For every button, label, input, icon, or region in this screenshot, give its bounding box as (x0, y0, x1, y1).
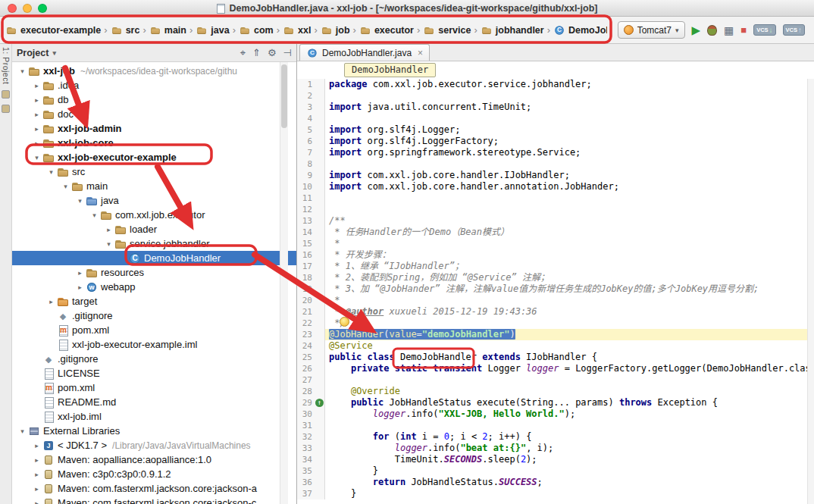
tree-toggle-icon[interactable]: ▾ (74, 197, 86, 205)
tree-item-main[interactable]: ▾main (12, 179, 296, 193)
override-marker-icon[interactable] (315, 399, 324, 407)
tree-scrollbar-thumb[interactable] (281, 64, 287, 128)
intention-bulb-icon[interactable] (340, 317, 349, 327)
code-line-23[interactable]: 23@JobHander(value="demoJobHandler") (297, 329, 814, 340)
breadcrumb-item-src[interactable]: src (110, 23, 141, 37)
collapse-all-icon[interactable]: ⇑ (252, 47, 261, 58)
tree-item-db[interactable]: ▸db (12, 92, 296, 107)
code-line-12[interactable]: 12 (297, 204, 814, 215)
tree-item-idea[interactable]: ▸.idea (12, 78, 296, 92)
tree-item-maven-aopalliance-aopalliance-1-0[interactable]: ▸Maven: aopalliance:aopalliance:1.0 (12, 452, 296, 467)
project-view-selector[interactable]: Project ▾ (17, 48, 56, 58)
class-breadcrumb-chip[interactable]: DemoJobHandler (344, 63, 436, 77)
breadcrumb-item-xxl[interactable]: xxl (282, 23, 312, 37)
tree-toggle-icon[interactable]: ▸ (31, 471, 42, 478)
code-line-26[interactable]: 26 private static transient Logger logge… (297, 363, 814, 374)
tree-item-readme-md[interactable]: README.md (12, 395, 296, 409)
code-line-22[interactable]: 22 */ (297, 318, 814, 329)
code-line-20[interactable]: 20 * (297, 295, 814, 306)
code-line-10[interactable]: 10import com.xxl.job.core.handler.annota… (297, 181, 814, 193)
code-line-31[interactable]: 31 (297, 420, 814, 431)
settings-gear-icon[interactable]: ⚙ (268, 47, 277, 58)
tree-toggle-icon[interactable]: ▸ (31, 96, 42, 104)
code-line-27[interactable]: 27 (297, 374, 814, 386)
breadcrumb-item-job[interactable]: job (320, 23, 351, 37)
tree-item-maven-c3p0-c3p0-0-9-1-2[interactable]: ▸Maven: c3p0:c3p0:0.9.1.2 (12, 467, 296, 481)
code-line-30[interactable]: 30 logger.info("XXL-JOB, Hello World."); (297, 409, 814, 420)
vcs-commit-button[interactable]: VCS ↑ (783, 24, 805, 36)
tool-window-icon[interactable] (2, 105, 10, 113)
tree-toggle-icon[interactable]: ▸ (31, 125, 42, 133)
tree-toggle-icon[interactable]: ▸ (31, 456, 42, 464)
tree-toggle-icon[interactable]: ▸ (74, 269, 86, 277)
tree-toggle-icon[interactable]: ▸ (31, 139, 42, 147)
tree-toggle-icon[interactable]: ▾ (17, 427, 28, 435)
tree-item-xxl-job-admin[interactable]: ▸xxl-job-admin (12, 121, 296, 136)
code-line-21[interactable]: 21 * @author xuxueli 2015-12-19 19:43:36 (297, 306, 814, 318)
editor-scrollbar[interactable] (807, 79, 814, 504)
code-line-5[interactable]: 5import org.slf4j.Logger; (297, 124, 814, 136)
tree-toggle-icon[interactable]: ▸ (31, 499, 42, 504)
tree-toggle-icon[interactable]: ▸ (74, 283, 86, 291)
tree-item-java[interactable]: ▾java (12, 193, 296, 208)
tree-item-jdk1-7[interactable]: ▸< JDK1.7 >/Library/Java/JavaVirtualMach… (12, 438, 296, 452)
breadcrumb-item-jobhandler[interactable]: jobhandler (480, 23, 545, 37)
tree-toggle-icon[interactable]: ▾ (31, 154, 42, 161)
vcs-update-button[interactable]: VCS ↓ (753, 24, 775, 36)
tree-item-xxl-job-executor-example-iml[interactable]: xxl-job-executor-example.iml (12, 337, 296, 352)
tree-item-doc[interactable]: ▸doc (12, 107, 296, 121)
tree-toggle-icon[interactable]: ▾ (60, 183, 71, 190)
tree-item-pom-xml[interactable]: pom.xml (12, 323, 296, 337)
tree-item-webapp[interactable]: ▸webapp (12, 280, 296, 294)
code-line-7[interactable]: 7import org.springframework.stereotype.S… (297, 147, 814, 158)
breadcrumb-item-java[interactable]: java (195, 23, 230, 37)
locate-icon[interactable]: ⌖ (240, 47, 246, 59)
run-button[interactable]: ▶ (692, 25, 701, 36)
tree-item-target[interactable]: ▸target (12, 294, 296, 308)
code-line-14[interactable]: 14 * 任务Handler的一个Demo（Bean模式） (297, 227, 814, 238)
tree-scrollbar[interactable] (280, 62, 288, 504)
tree-item-maven-com-fasterxml-jackson-core-jackson-c[interactable]: ▸Maven: com.fasterxml.jackson.core:jacks… (12, 496, 296, 504)
coverage-button[interactable]: ▦ (724, 25, 734, 36)
breadcrumb-item-executor-example[interactable]: executor-example (5, 23, 102, 37)
debug-button[interactable] (707, 25, 717, 36)
code-line-34[interactable]: 34 TimeUnit.SECONDS.sleep(2); (297, 454, 814, 465)
tree-toggle-icon[interactable]: ▾ (89, 211, 100, 219)
tree-item-xxl-job[interactable]: ▾xxl-job~/workspaces/idea-git-workspace/… (12, 64, 296, 78)
code-line-37[interactable]: 37 } (297, 488, 814, 499)
run-configuration-select[interactable]: Tomcat7 ▾ (618, 21, 685, 39)
tree-toggle-icon[interactable]: ▾ (45, 168, 57, 176)
tree-item-external-libraries[interactable]: ▾External Libraries (12, 424, 296, 438)
code-line-1[interactable]: 1package com.xxl.job.executor.service.jo… (297, 79, 814, 90)
code-line-29[interactable]: 29 public JobHandleStatus execute(String… (297, 397, 814, 409)
tree-item-resources[interactable]: ▸resources (12, 265, 296, 280)
breadcrumb-item-demojobhandler[interactable]: DemoJobHandler (553, 23, 607, 37)
tree-item-xxl-job-iml[interactable]: xxl-job.iml (12, 409, 296, 424)
breadcrumb-item-com[interactable]: com (238, 23, 274, 37)
stop-button[interactable]: ■ (740, 25, 747, 36)
tree-item-maven-com-fasterxml-jackson-core-jackson-a[interactable]: ▸Maven: com.fasterxml.jackson.core:jacks… (12, 481, 296, 496)
code-line-4[interactable]: 4 (297, 113, 814, 124)
code-line-2[interactable]: 2 (297, 90, 814, 102)
tree-toggle-icon[interactable]: ▸ (31, 442, 42, 449)
tree-item-service-jobhandler[interactable]: ▾service.jobhandler (12, 236, 296, 251)
code-line-32[interactable]: 32 for (int i = 0; i < 2; i++) { (297, 431, 814, 443)
tree-item-gitignore[interactable]: .gitignore (12, 308, 296, 323)
tree-toggle-icon[interactable]: ▸ (45, 298, 57, 305)
project-tool-window-button[interactable]: 1: Project (2, 47, 11, 84)
tree-toggle-icon[interactable]: ▸ (103, 226, 114, 233)
code-line-25[interactable]: 25public class DemoJobHandler extends IJ… (297, 352, 814, 363)
code-line-35[interactable]: 35 } (297, 465, 814, 477)
code-line-19[interactable]: 19 * 3、加 “@JobHander” 注解，注解value值为新增任务生成… (297, 283, 814, 295)
code-line-18[interactable]: 18 * 2、装配到Spring，例如加 “@Service” 注解； (297, 272, 814, 283)
code-line-36[interactable]: 36 return JobHandleStatus.SUCCESS; (297, 477, 814, 488)
tree-toggle-icon[interactable]: ▸ (31, 82, 42, 89)
tree-item-pom-xml[interactable]: pom.xml (12, 380, 296, 395)
tree-toggle-icon[interactable]: ▾ (17, 67, 28, 75)
close-tab-icon[interactable]: × (418, 48, 423, 58)
code-line-3[interactable]: 3import java.util.concurrent.TimeUnit; (297, 102, 814, 113)
tree-item-license[interactable]: LICENSE (12, 366, 296, 380)
tree-item-src[interactable]: ▾src (12, 164, 296, 179)
tree-item-demojobhandler[interactable]: DemoJobHandler (12, 251, 296, 265)
tree-item-loader[interactable]: ▸loader (12, 222, 296, 236)
